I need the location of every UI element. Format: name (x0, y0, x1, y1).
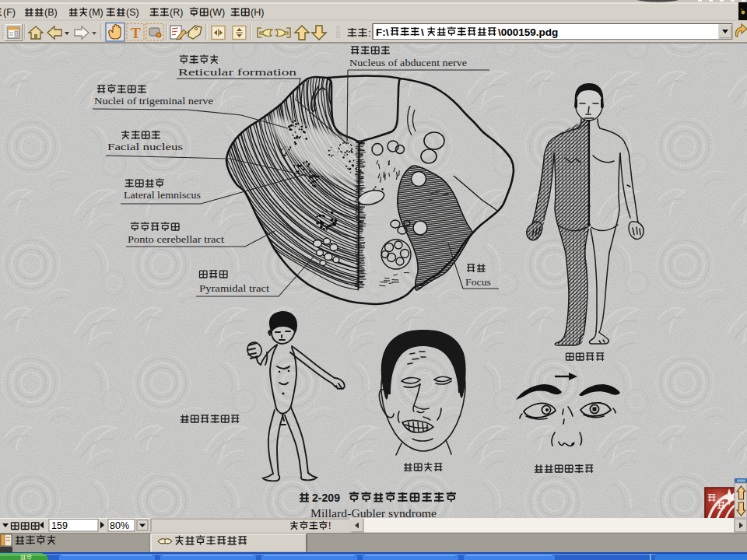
svg-text:(H): (H) (251, 7, 264, 18)
svg-text:(M): (M) (89, 7, 103, 18)
svg-text:Facial nucleus: Facial nucleus (107, 141, 183, 152)
svg-text:(W): (W) (209, 7, 225, 18)
svg-text:Lateral lemniscus: Lateral lemniscus (124, 189, 201, 201)
svg-text:(B): (B) (44, 7, 58, 18)
svg-text:Pyramidal tract: Pyramidal tract (199, 282, 269, 294)
svg-text:Nucleus of abducent nerve: Nucleus of abducent nerve (349, 57, 467, 68)
svg-text:\: \ (421, 26, 424, 38)
svg-text::: : (368, 27, 371, 39)
svg-text:!: ! (328, 520, 331, 531)
svg-text:2-209: 2-209 (312, 492, 340, 504)
svg-text:\000159.pdg: \000159.pdg (498, 26, 558, 38)
svg-text:(S): (S) (126, 7, 139, 18)
svg-text:(F): (F) (3, 7, 16, 18)
svg-text:F:\: F:\ (376, 26, 389, 38)
svg-text:(R): (R) (170, 7, 183, 18)
svg-text:Ponto cerebellar tract: Ponto cerebellar tract (128, 233, 224, 245)
svg-text:Reticular formation: Reticular formation (178, 66, 296, 78)
svg-text:Focus: Focus (465, 276, 491, 288)
svg-text:Nuclei of trigeminal nerve: Nuclei of trigeminal nerve (94, 95, 213, 107)
svg-text:80%: 80% (110, 520, 129, 531)
svg-text:Millard-Gubler syndrome: Millard-Gubler syndrome (310, 506, 437, 519)
svg-text:T: T (131, 25, 141, 41)
svg-text:159: 159 (51, 520, 68, 531)
